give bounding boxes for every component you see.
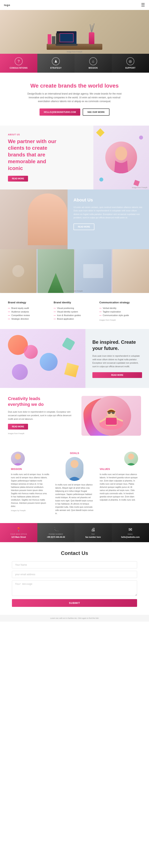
contact-fax[interactable]: 🖨 FAX fax number here bbox=[75, 523, 112, 542]
mission-credit: Images by Freepik bbox=[11, 509, 49, 512]
values-text: In mollis nunc sed id semper risus ullam… bbox=[100, 473, 138, 502]
strategy-item: Strategic direction bbox=[8, 317, 50, 321]
service-item-strategy[interactable]: ♟ STRATEGY bbox=[37, 54, 75, 73]
goals-text: In mollis nunc sed id semper risus ullam… bbox=[55, 483, 94, 515]
about-person-image bbox=[105, 142, 137, 173]
service-item-mission[interactable]: ⌂ MISSION bbox=[75, 54, 112, 73]
mission-label: mission bbox=[11, 468, 49, 470]
creativity-section: Creativity leads everything we do Duis a… bbox=[0, 388, 149, 444]
contact-message-input[interactable] bbox=[12, 580, 137, 596]
services-bar: ? CONSULTATIONS ♟ STRATEGY ⌂ MISSION ◎ S… bbox=[0, 54, 149, 73]
inspire-btn[interactable]: READ MORE bbox=[92, 372, 142, 378]
hamburger-icon[interactable]: ☰ bbox=[141, 2, 145, 7]
contact-email-label: EMAIL bbox=[128, 533, 133, 535]
strategy-item: Communication style guide bbox=[99, 313, 141, 317]
strategy-item: Visual identity system bbox=[53, 310, 96, 313]
strategy-item: Verbal identity bbox=[99, 306, 141, 310]
contact-btn[interactable]: hcllo@designstudio.com bbox=[40, 108, 80, 116]
about-us-btn[interactable]: READ MORE bbox=[74, 223, 95, 230]
goals-col: goals In mollis nunc sed id semper risus… bbox=[52, 452, 97, 515]
inspire-text: Duis aute irure dolor in reprehenderit i… bbox=[92, 354, 142, 368]
svg-point-11 bbox=[71, 460, 78, 468]
strategy-item: Brand equity audit bbox=[8, 306, 50, 310]
contact-email-value: hello@website.com bbox=[121, 536, 140, 538]
about-label: ABOUT US bbox=[8, 133, 20, 136]
communication-strategy-col: Communication strategy Verbal identity T… bbox=[99, 301, 141, 321]
hero-image-credit: Image from Freepik bbox=[67, 51, 82, 53]
mission-icon: ⌂ bbox=[89, 57, 97, 65]
inspire-section: Be inspired. Create your future. Duis au… bbox=[0, 329, 149, 388]
communication-strategy-title: Communication strategy bbox=[99, 301, 141, 304]
intro-text: DesignStudio is an international brand a… bbox=[23, 92, 126, 103]
contact-email[interactable]: ✉ EMAIL hello@website.com bbox=[112, 523, 149, 542]
creativity-title: Creativity leads everything we do bbox=[8, 396, 75, 407]
contact-phone[interactable]: 📞 PHONE NUMBER +99 (0)73 444-44-44 bbox=[37, 523, 75, 542]
service-item-support[interactable]: ◎ SUPPORT bbox=[112, 54, 149, 73]
strategy-image-credit: Images from Freepik bbox=[99, 319, 141, 321]
strategy-item: Tagline exploration bbox=[99, 310, 141, 313]
contact-fax-label: FAX bbox=[91, 533, 95, 535]
strategy-item: Brand application bbox=[53, 317, 96, 321]
contact-form-title: Contact Us bbox=[12, 550, 137, 556]
inspire-title: Be inspired. Create your future. bbox=[92, 339, 142, 351]
contact-form-section: Contact Us SUBMIT bbox=[0, 542, 149, 615]
fax-icon: 🖨 bbox=[91, 527, 96, 532]
contact-office-value: 123 Main Street bbox=[11, 536, 26, 538]
contact-phone-label: PHONE NUMBER bbox=[49, 533, 63, 535]
collage-image-credit: Images from Freepik bbox=[66, 290, 83, 292]
about-partner-title: We partner with our clients to create br… bbox=[8, 138, 57, 172]
contact-office[interactable]: 📍 YOUR MAIN OFFICE 123 Main Street bbox=[0, 523, 37, 542]
consultations-icon: ? bbox=[15, 57, 23, 65]
logo[interactable]: logo bbox=[4, 4, 10, 6]
contact-phone-value: +99 (0)73 444-44-44 bbox=[47, 536, 65, 538]
brand-identity-title: Brand identity bbox=[53, 301, 96, 304]
contact-fax-value: fax number here bbox=[85, 536, 101, 538]
about-partner-credit: Image from Freepik bbox=[132, 186, 147, 188]
location-icon: 📍 bbox=[16, 527, 21, 532]
footer: Lorem nec velit orci in facilisis dui. C… bbox=[0, 615, 149, 622]
about-partner-section: ABOUT US We partner with our clients to … bbox=[0, 126, 149, 189]
collage-section: Images from Freepik bbox=[0, 249, 149, 293]
about-us-section: About Us Ut enim ad minim veniam, quis n… bbox=[0, 189, 149, 249]
mission-text: In mollis nunc sed id semper risus. In m… bbox=[11, 473, 49, 508]
service-item-consultations[interactable]: ? CONSULTATIONS bbox=[0, 54, 37, 73]
creativity-text: Duis aute irure dolor in reprehenderit i… bbox=[8, 410, 75, 421]
creativity-credit: Images from Freepik bbox=[8, 433, 75, 434]
brand-strategy-col: Brand strategy Brand equity audit Audien… bbox=[8, 301, 50, 321]
navbar: logo ☰ bbox=[0, 0, 149, 10]
brand-strategy-title: Brand strategy bbox=[8, 301, 50, 304]
brand-identity-col: Brand identity Visual positioning Visual… bbox=[53, 301, 96, 321]
strategy-item: Audience analysis bbox=[8, 310, 50, 313]
strategy-icon: ♟ bbox=[52, 57, 60, 65]
about-us-title: About Us bbox=[74, 197, 143, 203]
mission-col: mission In mollis nunc sed id semper ris… bbox=[8, 452, 52, 515]
footer-text: Lorem nec velit orci in facilisis dui. C… bbox=[50, 617, 99, 619]
email-icon: ✉ bbox=[128, 527, 132, 532]
svg-point-12 bbox=[128, 454, 134, 460]
about-partner-btn[interactable]: READ MORE bbox=[8, 176, 28, 182]
contact-email-input[interactable] bbox=[12, 571, 137, 578]
values-col: values In mollis nunc sed id semper risu… bbox=[97, 452, 141, 515]
values-label: values bbox=[100, 468, 138, 470]
svg-point-10 bbox=[15, 454, 21, 460]
svg-rect-7 bbox=[106, 418, 117, 425]
contact-name-input[interactable] bbox=[12, 561, 137, 568]
goals-label: goals bbox=[70, 452, 79, 455]
creativity-btn[interactable]: READ MORE bbox=[8, 424, 28, 430]
intro-section: We create brands the world loves DesignS… bbox=[0, 73, 149, 126]
strategy-item: Competitive review bbox=[8, 313, 50, 317]
contact-office-label: YOUR MAIN OFFICE bbox=[10, 533, 27, 535]
about-us-text: Ut enim ad minim veniam, quis nostrud ex… bbox=[74, 206, 143, 220]
contact-submit-btn[interactable]: SUBMIT bbox=[12, 599, 137, 607]
phone-icon: 📞 bbox=[53, 527, 59, 532]
see-work-btn[interactable]: SEE OUR WORK bbox=[83, 108, 109, 116]
mvg-section: mission In mollis nunc sed id semper ris… bbox=[0, 444, 149, 523]
contact-bar: 📍 YOUR MAIN OFFICE 123 Main Street 📞 PHO… bbox=[0, 523, 149, 542]
svg-point-0 bbox=[115, 147, 127, 160]
intro-title: We create brands the world loves bbox=[12, 83, 137, 89]
strategy-item: Icon & Illustration guides bbox=[53, 313, 96, 317]
support-icon: ◎ bbox=[126, 57, 134, 65]
hero-section: Image from Freepik bbox=[0, 10, 149, 54]
about-us-image bbox=[0, 189, 68, 249]
strategy-item: Visual positioning bbox=[53, 306, 96, 310]
